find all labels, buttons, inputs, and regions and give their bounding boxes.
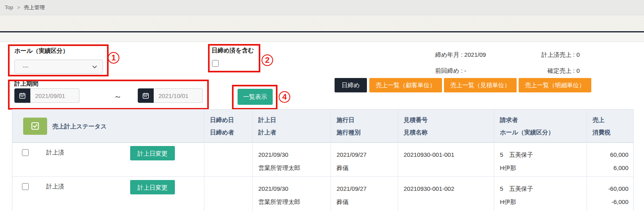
- closing-month: 締め年月 : 2021/09: [435, 51, 486, 59]
- summary-line-1: 締め年月 : 2021/09 計上済売上 : 0: [435, 51, 580, 59]
- change-record-date-button[interactable]: 計上日変更: [130, 146, 175, 160]
- change-record-date-button[interactable]: 計上日変更: [130, 180, 175, 194]
- table-cell-execution: 2021/09/27 葬儀: [331, 177, 398, 211]
- calendar-icon[interactable]: [14, 88, 30, 103]
- select-all-button[interactable]: [23, 118, 47, 135]
- status-header-label: 売上計上ステータス: [52, 120, 107, 132]
- header-sub-band: [0, 32, 644, 42]
- period-label: 計上期間: [14, 80, 38, 88]
- column-header-estimate: 見積番号 見積名称: [398, 110, 494, 143]
- table-cell-sales: -60,000 -6,000: [587, 177, 633, 211]
- column-header-status: 売上計上ステータス: [12, 110, 204, 143]
- sales-by-estimate-button[interactable]: 売上一覧（見積単位）: [444, 78, 517, 92]
- table-cell-estimate: 20210930-001-001: [398, 143, 494, 177]
- calendar-icon[interactable]: [138, 88, 154, 103]
- period-separator: ～: [114, 91, 122, 102]
- table-cell-estimate: 20210930-001-002: [398, 177, 494, 211]
- annotation-number-1: 1: [108, 52, 119, 64]
- period-to-input[interactable]: 2021/10/01: [154, 88, 203, 103]
- annotation-number-4: 4: [279, 91, 290, 103]
- table-cell-sales: 60,000 6,000: [587, 143, 633, 177]
- table-cell-record: 2021/09/30 営業所管理太郎: [253, 177, 331, 211]
- annotation-number-2: 2: [262, 54, 273, 66]
- column-header-biller: 請求者 ホール（実績区分）: [494, 110, 587, 143]
- table-row-status: 計上済 計上日変更: [12, 143, 204, 177]
- confirmed-sales: 確定売上 : 0: [547, 67, 580, 75]
- breadcrumb-top-link[interactable]: Top: [5, 4, 13, 10]
- table-cell-closing: [204, 143, 253, 177]
- recorded-sales: 計上済売上 : 0: [541, 51, 580, 59]
- hall-filter-label: ホール（実績区分）: [14, 47, 69, 55]
- row-status: 計上済: [46, 181, 64, 192]
- column-header-record: 計上日 計上者: [253, 110, 331, 143]
- list-display-button[interactable]: 一覧表示: [238, 89, 273, 105]
- table-cell-closing: [204, 177, 253, 211]
- breadcrumb-current: 売上管理: [24, 4, 45, 11]
- breadcrumb: Top > 売上管理: [0, 0, 644, 15]
- row-checkbox[interactable]: [22, 149, 29, 156]
- hall-select[interactable]: ---: [14, 60, 103, 74]
- table-cell-record: 2021/09/30 営業所管理太郎: [253, 143, 331, 177]
- header-texture-band: [0, 15, 644, 31]
- column-header-sales: 売上 消費税: [587, 110, 633, 143]
- table-cell-biller: 5 五美保子 H伊那: [494, 177, 587, 211]
- chevron-down-icon: [91, 64, 98, 70]
- table-cell-biller: 5 五美保子 H伊那: [494, 143, 587, 177]
- breadcrumb-separator-icon: >: [17, 5, 20, 10]
- period-from-group: 2021/09/01: [14, 88, 79, 103]
- sales-by-detail-button[interactable]: 売上一覧（明細単位）: [519, 78, 591, 92]
- include-closed-label: 日締め済を含む: [212, 47, 254, 54]
- summary-line-2: 前回締め : - 確定売上 : 0: [435, 67, 580, 75]
- table-cell-execution: 2021/09/27 葬儀: [331, 143, 398, 177]
- period-from-input[interactable]: 2021/09/01: [30, 88, 79, 103]
- sales-table: 売上計上ステータス 日締め日 日締め者 計上日 計上者 施行日 施行種別 見積番…: [12, 109, 634, 210]
- previous-closing: 前回締め : -: [435, 67, 466, 75]
- row-status: 計上済: [46, 147, 64, 158]
- daily-closing-button[interactable]: 日締め: [335, 78, 367, 92]
- period-to-group: 2021/10/01: [138, 88, 203, 103]
- column-header-execution: 施行日 施行種別: [331, 110, 398, 143]
- hall-select-value: ---: [23, 64, 91, 70]
- column-header-closing: 日締め日 日締め者: [204, 110, 253, 143]
- row-checkbox[interactable]: [22, 183, 29, 190]
- table-row-status: 計上済 計上日変更: [12, 177, 204, 211]
- sales-management-page: Top > 売上管理 ホール（実績区分） --- 1 日締め済を含む 2 計上期…: [0, 0, 644, 222]
- include-closed-checkbox[interactable]: [212, 60, 219, 67]
- sales-by-customer-button[interactable]: 売上一覧（顧客単位）: [369, 78, 442, 92]
- check-square-icon: [31, 122, 40, 130]
